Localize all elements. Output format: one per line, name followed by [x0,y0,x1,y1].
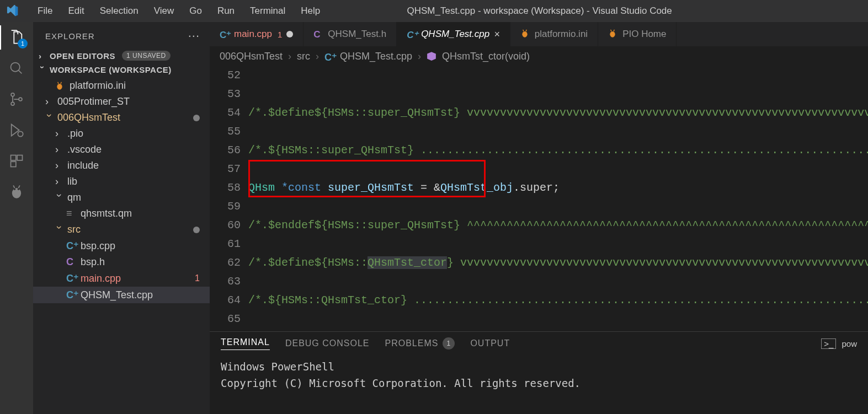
tab-label: QHSM_Test.h [328,29,386,40]
tree-label: main.cpp [81,273,121,284]
cpp-icon: C⁺ [407,29,417,39]
chevron-down-icon: › [38,66,47,74]
tree-file-maincpp[interactable]: C⁺ main.cpp 1 [33,270,210,287]
cpp-icon: C⁺ [324,51,334,61]
tab-platformio[interactable]: platformio.ini [510,22,598,46]
activitybar: 1 [0,22,33,414]
explorer-badge: 1 [18,39,28,49]
activity-platformio[interactable] [8,183,25,201]
svg-point-3 [11,102,14,105]
platformio-icon [608,29,618,39]
svg-point-2 [11,93,14,96]
tree-label: 005Protimer_ST [57,96,130,107]
svg-line-15 [58,82,58,83]
menu-view[interactable]: View [146,2,182,20]
bottom-panel: TERMINAL DEBUG CONSOLE PROBLEMS 1 OUTPUT… [210,331,868,414]
tree-file-qhsmtestcpp[interactable]: C⁺ QHSM_Test.cpp [33,287,210,303]
activity-source-control[interactable] [8,90,25,108]
cpp-icon: C⁺ [66,240,76,252]
chevron-right-icon: › [45,96,53,107]
breadcrumb-subfolder[interactable]: src [297,51,310,62]
svg-rect-8 [11,162,16,166]
chevron-down-icon: › [54,226,65,234]
breadcrumb-folder[interactable]: 006QHsmTest [220,51,283,62]
activity-extensions[interactable] [8,152,25,170]
panel-tab-problems[interactable]: PROBLEMS 1 [385,337,455,350]
editor-tabs: C⁺ main.cpp 1 C QHSM_Test.h C⁺ QHSM_Test… [210,22,868,46]
tree-label: include [67,160,99,171]
svg-point-4 [19,98,22,101]
tree-file-bspcpp[interactable]: C⁺ bsp.cpp [33,238,210,254]
svg-line-16 [61,82,61,83]
chevron-right-icon: › [288,51,291,62]
tab-qhsmtestcpp[interactable]: C⁺ QHSM_Test.cpp × [397,22,510,46]
panel-tab-debug[interactable]: DEBUG CONSOLE [285,338,370,348]
terminal-line: Windows PowerShell [221,358,857,375]
cpp-icon: C⁺ [66,289,76,301]
code-token: /*.$define${HSMs:: [248,256,368,269]
svg-point-10 [14,189,16,191]
chevron-right-icon: › [316,51,319,62]
tree-folder-include[interactable]: › include [33,158,210,174]
tree-label: qhsmtst.qm [81,208,132,219]
tree-label: 006QHsmTest [57,112,120,123]
menu-go[interactable]: Go [182,2,210,20]
svg-point-11 [18,189,20,191]
code-line: /*.$define${HSMs::super_QHsmTst} vvvvvvv… [248,106,868,119]
sidebar-more-icon[interactable]: ··· [188,29,200,43]
svg-line-21 [611,30,611,31]
breadcrumb-symbol[interactable]: QHsmTst_ctor(void) [442,51,530,62]
chevron-right-icon: › [55,144,63,155]
terminal-shell-icon[interactable]: >_ [821,338,836,349]
code-content[interactable]: /*.$define${HSMs::super_QHsmTst} vvvvvvv… [248,66,868,331]
tree-file-qhsmtstqm[interactable]: ≡ qhsmtst.qm [33,206,210,222]
breadcrumbs[interactable]: 006QHsmTest › src › C⁺ QHSM_Test.cpp › Q… [210,46,868,66]
tree-label: bsp.h [81,256,105,268]
panel-tabs: TERMINAL DEBUG CONSOLE PROBLEMS 1 OUTPUT… [210,332,868,355]
menu-edit[interactable]: Edit [60,2,92,20]
tab-maincpp[interactable]: C⁺ main.cpp 1 [210,22,303,46]
panel-tab-problems-label: PROBLEMS [385,338,439,348]
tree-folder-pio[interactable]: › .pio [33,126,210,142]
tree-label: .pio [67,128,83,139]
svg-point-9 [12,188,21,198]
code-editor[interactable]: 52535455 56575859 60616263 6465 /*.$defi… [210,66,868,331]
platformio-icon [55,82,65,90]
tree-folder-src[interactable]: › src [33,222,210,238]
svg-line-19 [526,30,526,31]
tree-label: platformio.ini [70,80,126,92]
tree-folder-lib[interactable]: › lib [33,174,210,190]
open-editors-section[interactable]: › OPEN EDITORS 1 UNSAVED [33,49,210,63]
activity-explorer[interactable]: 1 [8,29,25,46]
tree-file-bsph[interactable]: C bsp.h [33,254,210,270]
window-title: QHSM_Test.cpp - workspace (Workspace) - … [217,6,861,17]
terminal-output[interactable]: Windows PowerShell Copyright (C) Microso… [210,355,868,395]
panel-tab-output[interactable]: OUTPUT [470,338,510,348]
code-token: QHsmTst_ctor [368,256,447,269]
titlebar: File Edit Selection View Go Run Terminal… [0,0,868,22]
tree-file-platformio[interactable]: platformio.ini [33,78,210,94]
activity-search[interactable] [8,60,25,77]
tree-folder-qm[interactable]: › qm [33,190,210,206]
menu-selection[interactable]: Selection [92,2,146,20]
svg-line-18 [523,30,523,31]
tree-folder-005[interactable]: › 005Protimer_ST [33,94,210,110]
code-token: QHsm [248,181,281,194]
menu-file[interactable]: File [30,2,60,20]
tab-piohome[interactable]: PIO Home [598,22,677,46]
activity-run-debug[interactable] [8,121,25,139]
tree-folder-006[interactable]: › 006QHsmTest [33,110,210,126]
code-token: = & [414,181,440,194]
svg-rect-7 [17,155,22,160]
tree-folder-vscode[interactable]: › .vscode [33,142,210,158]
code-token: super_QHsmTst [328,181,414,194]
code-token: QHsmTst_obj [440,181,513,194]
cpp-icon: C⁺ [220,29,230,39]
breadcrumb-file[interactable]: QHSM_Test.cpp [340,51,412,62]
close-icon[interactable]: × [494,29,500,40]
workspace-section[interactable]: › WORKSPACE (WORKSPACE) [33,63,210,77]
panel-tab-terminal[interactable]: TERMINAL [221,337,270,350]
terminal-shell-label[interactable]: pow [842,339,857,348]
c-icon: C [313,29,323,39]
tab-qhsmtesth[interactable]: C QHSM_Test.h [303,22,397,46]
